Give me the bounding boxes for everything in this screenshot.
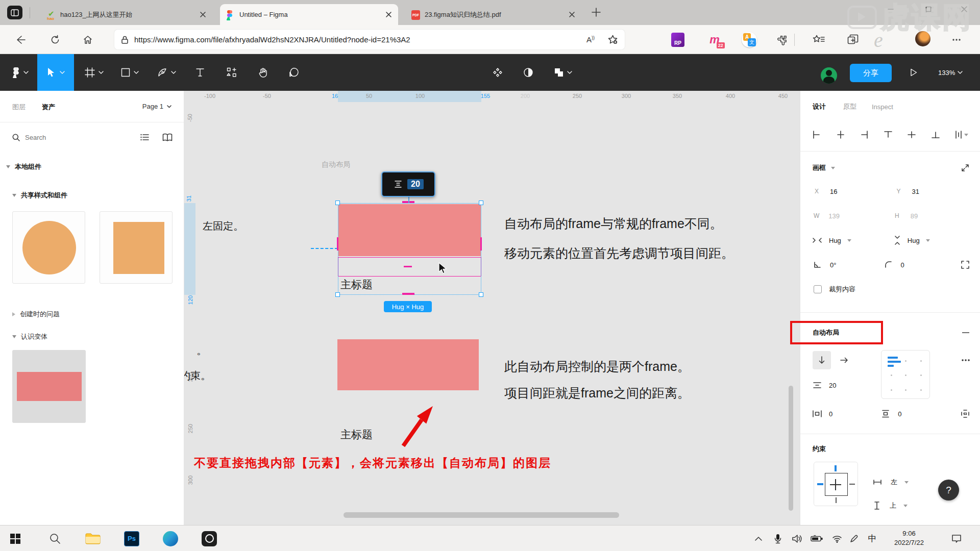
figma-main-menu[interactable] [6,54,35,91]
home-icon[interactable] [80,32,95,47]
y-input[interactable]: 31 [912,188,919,195]
section-local-components[interactable]: 本地组件 [6,162,41,171]
rotation-input[interactable]: 0° [830,261,836,269]
vertical-padding-input[interactable]: 0 [898,410,901,418]
tab-prototype[interactable]: 原型 [843,102,856,111]
auto-layout-options-icon[interactable] [961,359,970,362]
height-input[interactable]: 89 [911,212,918,220]
align-bottom-icon[interactable] [932,131,940,139]
remove-auto-layout-icon[interactable] [962,332,969,334]
close-window-button[interactable] [952,0,976,18]
tab-hao123[interactable]: ✔hao hao123_上网从这里开始 [41,4,212,25]
tab-figma[interactable]: Untitled – Figma [220,4,398,25]
corner-radius-input[interactable]: 0 [900,261,904,269]
workspaces-icon[interactable] [7,6,22,19]
browser-profile-avatar[interactable] [915,31,930,46]
align-left-icon[interactable] [813,131,821,139]
align-v-center-icon[interactable] [908,131,916,139]
tab-pdf[interactable]: PDF 23.figma知识归纳总结.pdf [405,4,581,25]
text-tool[interactable] [188,54,212,91]
v-constraint-select[interactable]: 上 [890,501,896,510]
notification-center-icon[interactable] [945,525,968,551]
extension-mockplus-icon[interactable]: m22 [706,32,723,48]
start-button[interactable] [4,525,27,551]
variant-card[interactable] [12,350,86,423]
vertical-scrollbar[interactable] [789,386,793,511]
padding-handle-bottom[interactable] [402,293,414,295]
resources-tool[interactable] [219,54,244,91]
taskbar-search-icon[interactable] [44,525,66,551]
align-top-icon[interactable] [884,131,892,139]
close-tab-icon[interactable] [198,10,207,19]
restore-button[interactable] [917,0,940,18]
new-tab-button[interactable] [591,7,601,17]
section-variants[interactable]: 认识变体 [12,332,47,341]
padding-handle-left[interactable] [337,237,338,251]
independent-corners-icon[interactable] [961,261,969,269]
refresh-icon[interactable] [47,32,63,47]
subtitle-text[interactable]: 主标题 [340,428,373,442]
width-input[interactable]: 139 [828,212,840,220]
back-icon[interactable] [13,32,28,47]
tab-assets[interactable]: 资产 [42,103,55,112]
read-aloud-icon[interactable]: A)) [586,35,595,44]
h-constraint-select[interactable]: 左 [891,478,897,487]
boolean-groups-icon[interactable] [547,54,579,91]
minimize-button[interactable] [879,0,902,18]
favorite-star-icon[interactable] [608,35,618,44]
section-shared-styles[interactable]: 共享样式和组件 [12,191,67,200]
selection-handle-se[interactable] [479,292,483,297]
align-right-icon[interactable] [860,131,868,139]
edge-icon[interactable] [159,525,182,551]
spacing-input[interactable]: 20 [829,382,836,389]
search-input[interactable] [25,134,140,141]
favorites-bar-icon[interactable] [811,32,827,48]
taskbar-clock[interactable]: 9:06 2022/7/22 [886,529,933,547]
paragraph-text[interactable]: 项目间距就是frame之间的距离。 [504,385,690,402]
microphone-icon[interactable] [769,525,787,551]
close-tab-icon[interactable] [567,10,576,19]
translate-icon[interactable]: A文 [741,32,757,48]
frame-preset-row[interactable]: 画框 [800,157,980,179]
tray-expand-icon[interactable] [749,525,768,551]
speaker-icon[interactable] [788,525,806,551]
collections-icon[interactable] [845,32,862,48]
help-button[interactable]: ? [938,480,959,500]
distribute-icon[interactable] [955,131,968,139]
mask-icon[interactable] [517,54,540,91]
x-input[interactable]: 16 [830,188,837,195]
component-card-square[interactable] [100,211,173,284]
align-h-center-icon[interactable] [837,131,845,139]
horizontal-padding-input[interactable]: 0 [829,410,832,418]
present-icon[interactable] [902,54,925,91]
clip-content-checkbox[interactable] [814,285,822,293]
pink-rectangle-bottom[interactable] [337,339,479,390]
hand-tool[interactable] [251,54,276,91]
horizontal-scrollbar[interactable] [344,512,619,518]
wifi-icon[interactable] [828,525,846,551]
direction-horizontal-button[interactable] [835,351,853,369]
individual-padding-icon[interactable] [961,410,969,418]
section-created-issues[interactable]: 创建时的问题 [12,310,60,319]
photoshop-icon[interactable]: Ps [120,525,143,551]
zoom-level[interactable]: 133% [938,54,963,91]
battery-icon[interactable] [807,525,826,551]
canvas[interactable]: -100 -50 16 50 100 155 200 250 300 350 4… [184,91,800,525]
ime-indicator[interactable]: 中 [864,525,881,551]
pen-tool[interactable] [150,54,183,91]
url-field[interactable]: https://www.figma.com/file/afxhryadalWd2… [114,30,625,49]
frame-name-label[interactable]: 自动布局 [322,160,350,169]
pen-icon[interactable] [845,525,863,551]
paragraph-text[interactable]: 自动布局的frame与常规的frame不同。 [504,215,723,232]
screen-recorder-icon[interactable] [198,525,220,551]
direction-vertical-button[interactable] [813,351,831,369]
constraint-top-blue[interactable] [835,465,837,471]
paragraph-text[interactable]: 此自动布局控制的是两个frame。 [504,358,690,375]
clip-content-row[interactable]: 裁剪内容 [800,282,980,297]
tab-layers[interactable]: 图层 [12,103,26,112]
selection-handle-ne[interactable] [479,201,483,205]
comment-tool[interactable] [282,54,306,91]
frame-tool[interactable] [78,54,110,91]
page-selector[interactable]: Page 1 [142,103,172,110]
extensions-puzzle-icon[interactable] [774,32,790,48]
